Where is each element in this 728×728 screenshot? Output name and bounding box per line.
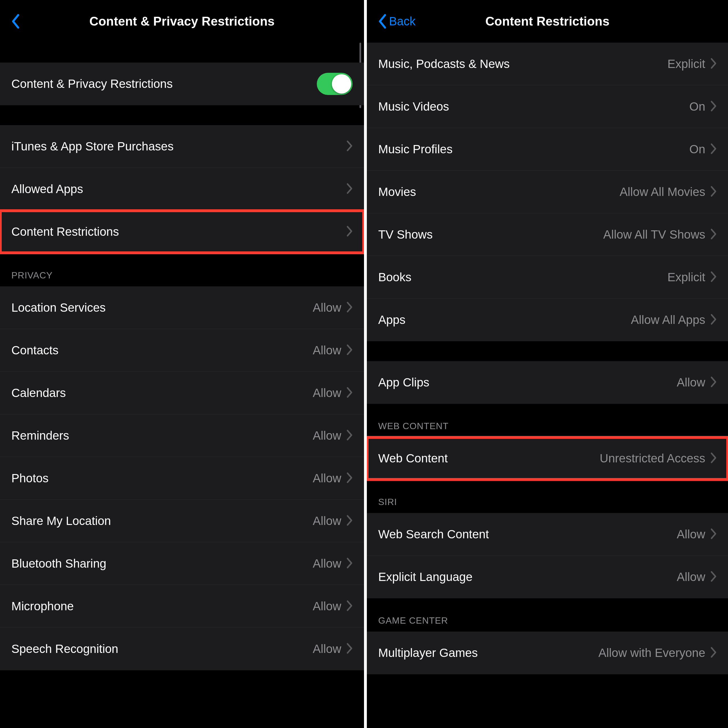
screenshot-left: Content & Privacy Restrictions Content &… (0, 0, 364, 728)
page-title: Content & Privacy Restrictions (89, 14, 275, 28)
row-value: Allow (313, 471, 341, 485)
row-web-search-content[interactable]: Web Search Content Allow (367, 513, 728, 556)
row-label: Share My Location (11, 514, 313, 528)
row-label: Microphone (11, 600, 313, 613)
chevron-right-icon (346, 557, 353, 570)
row-bluetooth-sharing[interactable]: Bluetooth Sharing Allow (0, 542, 364, 585)
back-button[interactable]: Back (378, 0, 416, 43)
toggle-switch-on[interactable] (317, 73, 353, 95)
chevron-right-icon (710, 58, 717, 70)
row-value: Allow (313, 344, 341, 357)
chevron-right-icon (346, 600, 353, 613)
chevron-right-icon (346, 344, 353, 356)
section-header-privacy: Privacy (0, 253, 364, 286)
row-reminders[interactable]: Reminders Allow (0, 414, 364, 457)
row-value: Allow (313, 429, 341, 442)
row-itunes-appstore[interactable]: iTunes & App Store Purchases (0, 125, 364, 168)
section-header-siri: Siri (367, 480, 728, 513)
row-label: Reminders (11, 429, 313, 442)
section-header-game-center: Game Center (367, 598, 728, 632)
page-title: Content Restrictions (485, 14, 610, 28)
row-apps[interactable]: Apps Allow All Apps (367, 298, 728, 341)
row-label: Bluetooth Sharing (11, 557, 313, 570)
row-value: Allow All Movies (619, 185, 705, 199)
chevron-right-icon (710, 376, 717, 389)
row-label: Content & Privacy Restrictions (11, 77, 317, 91)
row-label: iTunes & App Store Purchases (11, 140, 346, 153)
back-button[interactable] (11, 0, 20, 43)
row-value: Allow (313, 301, 341, 315)
settings-list: Content & Privacy Restrictions iTunes & … (0, 43, 364, 728)
row-value: Allow All TV Shows (603, 228, 705, 242)
row-music-videos[interactable]: Music Videos On (367, 85, 728, 128)
chevron-right-icon (710, 228, 717, 241)
row-value: Allow (677, 570, 705, 584)
row-contacts[interactable]: Contacts Allow (0, 329, 364, 372)
chevron-right-icon (346, 472, 353, 485)
navbar: Back Content Restrictions (367, 0, 728, 43)
row-label: Location Services (11, 301, 313, 315)
row-content-restrictions[interactable]: Content Restrictions (0, 210, 364, 253)
back-label: Back (389, 14, 416, 28)
chevron-right-icon (346, 387, 353, 399)
row-value: Allow (313, 514, 341, 528)
row-value: Allow with Everyone (598, 646, 705, 660)
row-allowed-apps[interactable]: Allowed Apps (0, 168, 364, 210)
chevron-right-icon (346, 183, 353, 195)
row-label: Apps (378, 313, 631, 327)
row-label: Music Videos (378, 100, 689, 113)
row-label: Content Restrictions (11, 225, 346, 239)
row-tv-shows[interactable]: TV Shows Allow All TV Shows (367, 213, 728, 256)
row-app-clips[interactable]: App Clips Allow (367, 361, 728, 404)
chevron-right-icon (346, 140, 353, 153)
row-value: Unrestricted Access (600, 451, 705, 465)
row-value: Allow (313, 600, 341, 613)
row-web-content[interactable]: Web Content Unrestricted Access (367, 437, 728, 480)
row-label: Music, Podcasts & News (378, 57, 667, 71)
row-value: Allow (677, 528, 705, 541)
row-value: Allow (677, 376, 705, 389)
row-value: On (689, 142, 705, 156)
row-label: Music Profiles (378, 142, 689, 156)
back-chevron-icon (378, 14, 387, 29)
row-books[interactable]: Books Explicit (367, 256, 728, 298)
back-chevron-icon (11, 14, 20, 29)
chevron-right-icon (710, 571, 717, 583)
row-music-podcasts-news[interactable]: Music, Podcasts & News Explicit (367, 43, 728, 85)
chevron-right-icon (710, 452, 717, 465)
screenshot-right: Back Content Restrictions Music, Podcast… (364, 0, 728, 728)
row-label: Web Content (378, 451, 600, 465)
chevron-right-icon (710, 314, 717, 326)
row-label: Speech Recognition (11, 642, 313, 656)
chevron-right-icon (346, 225, 353, 238)
row-multiplayer-games[interactable]: Multiplayer Games Allow with Everyone (367, 632, 728, 674)
row-label: Contacts (11, 344, 313, 357)
row-label: Multiplayer Games (378, 646, 598, 660)
chevron-right-icon (710, 100, 717, 113)
row-speech-recognition[interactable]: Speech Recognition Allow (0, 628, 364, 670)
navbar: Content & Privacy Restrictions (0, 0, 364, 43)
row-value: Allow All Apps (631, 313, 705, 327)
row-label: App Clips (378, 376, 677, 389)
settings-list: Music, Podcasts & News Explicit Music Vi… (367, 43, 728, 728)
row-label: Calendars (11, 386, 313, 400)
row-photos[interactable]: Photos Allow (0, 457, 364, 500)
row-share-my-location[interactable]: Share My Location Allow (0, 500, 364, 542)
row-label: Explicit Language (378, 570, 677, 584)
row-location-services[interactable]: Location Services Allow (0, 286, 364, 329)
chevron-right-icon (346, 643, 353, 655)
row-explicit-language[interactable]: Explicit Language Allow (367, 556, 728, 598)
row-value: Allow (313, 557, 341, 570)
row-music-profiles[interactable]: Music Profiles On (367, 128, 728, 171)
row-movies[interactable]: Movies Allow All Movies (367, 171, 728, 213)
row-value: On (689, 100, 705, 113)
row-content-privacy-toggle[interactable]: Content & Privacy Restrictions (0, 63, 364, 105)
row-label: Photos (11, 471, 313, 485)
row-calendars[interactable]: Calendars Allow (0, 372, 364, 414)
chevron-right-icon (346, 301, 353, 314)
row-label: TV Shows (378, 228, 603, 242)
row-label: Web Search Content (378, 528, 677, 541)
chevron-right-icon (710, 186, 717, 198)
row-microphone[interactable]: Microphone Allow (0, 585, 364, 628)
chevron-right-icon (346, 515, 353, 527)
